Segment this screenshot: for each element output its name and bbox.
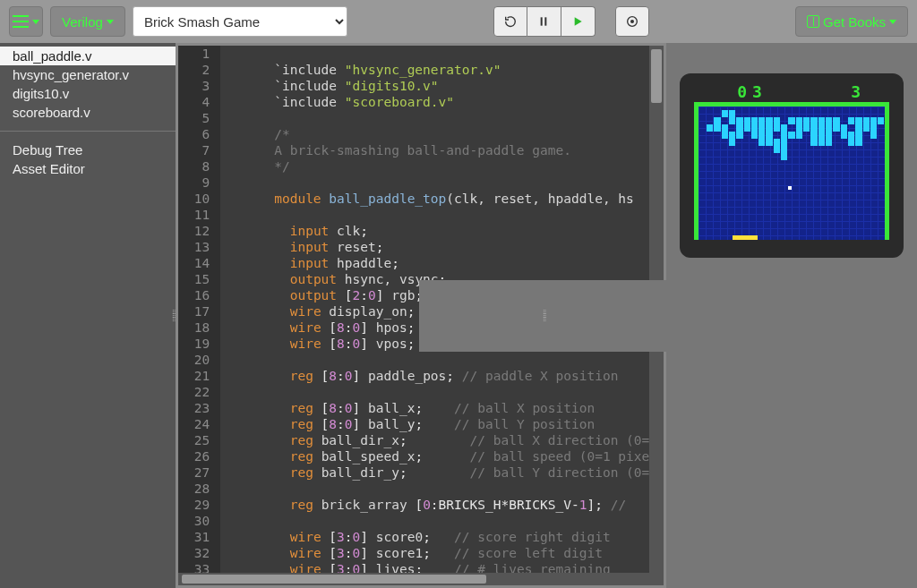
record-button[interactable] — [615, 6, 649, 37]
file-item[interactable]: scoreboard.v — [0, 103, 176, 122]
language-dropdown[interactable]: Verilog — [50, 6, 125, 37]
svg-rect-0 — [541, 17, 543, 25]
playfield — [694, 102, 889, 240]
file-item[interactable]: hvsync_generator.v — [0, 65, 176, 84]
sidebar-divider — [0, 131, 176, 132]
svg-point-3 — [630, 20, 634, 23]
pause-button[interactable] — [527, 6, 561, 37]
get-books-dropdown[interactable]: Get Books — [795, 6, 908, 37]
brick-row — [698, 146, 885, 153]
refresh-icon — [503, 14, 518, 29]
sidebar-tool[interactable]: Asset Editor — [0, 159, 176, 178]
book-icon — [807, 15, 819, 28]
chevron-down-icon — [107, 20, 114, 24]
reset-button[interactable] — [493, 6, 527, 37]
score-left: 03 — [737, 82, 767, 98]
chevron-down-icon — [889, 20, 896, 24]
top-toolbar: Verilog Brick Smash Game Get Books — [0, 0, 917, 43]
paddle — [733, 235, 758, 240]
sidebar-tool[interactable]: Debug Tree — [0, 141, 176, 159]
main-area: ball_paddle.vhvsync_generator.vdigits10.… — [0, 43, 917, 588]
brick-row — [698, 160, 885, 167]
brick-row — [698, 117, 885, 124]
score-display: 03 3 — [694, 82, 889, 102]
file-sidebar: ball_paddle.vhvsync_generator.vdigits10.… — [0, 43, 176, 588]
editor-pane: ⠿⠿⠿ 123456789101112131415161718192021222… — [176, 43, 667, 588]
score-right: 3 — [851, 82, 866, 98]
resize-handle-right[interactable]: ⠿⠿⠿ — [419, 280, 670, 352]
brick-row — [698, 139, 885, 146]
run-controls — [493, 6, 596, 37]
emulator-panel: 03 3 — [666, 43, 917, 588]
horizontal-scrollbar[interactable] — [178, 573, 650, 585]
line-gutter: 1234567891011121314151617181920212223242… — [178, 46, 220, 585]
scrollbar-thumb[interactable] — [651, 49, 662, 103]
scrollbar-thumb[interactable] — [182, 575, 486, 584]
brick-row — [698, 110, 885, 117]
ball — [788, 186, 792, 190]
brick-row — [698, 132, 885, 139]
menu-button[interactable] — [9, 6, 43, 37]
file-item[interactable]: ball_paddle.v — [0, 47, 176, 65]
play-icon — [570, 14, 585, 29]
pause-icon — [536, 14, 551, 29]
record-icon — [625, 14, 639, 29]
project-select[interactable]: Brick Smash Game — [133, 6, 347, 37]
resize-handle-left[interactable]: ⠿⠿⠿ — [172, 311, 177, 321]
language-label: Verilog — [62, 14, 103, 30]
run-button[interactable] — [561, 6, 596, 37]
svg-rect-1 — [545, 17, 547, 25]
emulator-screen[interactable]: 03 3 — [680, 73, 904, 258]
brick-row — [698, 124, 885, 132]
file-item[interactable]: digits10.v — [0, 84, 176, 103]
chevron-down-icon — [32, 20, 39, 24]
hamburger-icon — [13, 13, 29, 30]
brick-row — [698, 153, 885, 160]
get-books-label: Get Books — [823, 14, 886, 30]
